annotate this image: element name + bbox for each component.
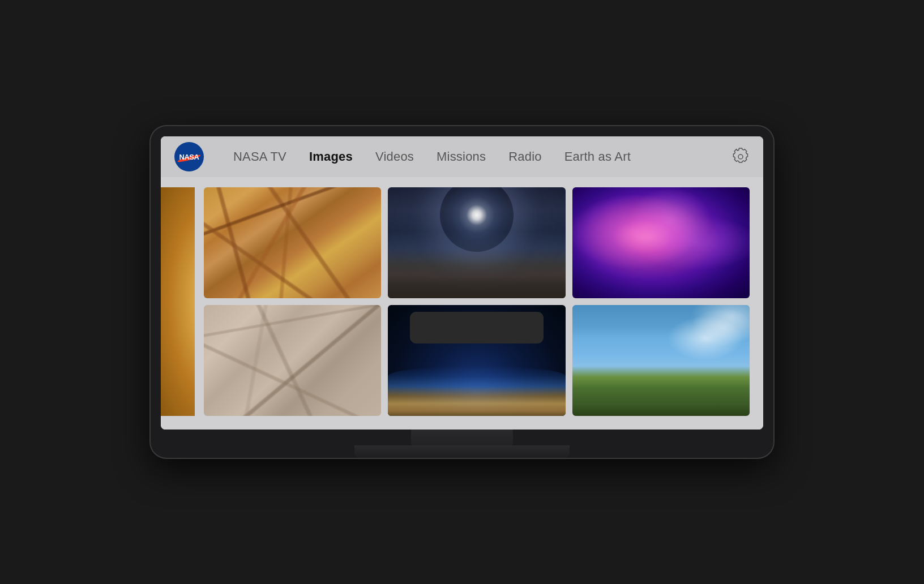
content-area xyxy=(161,177,763,430)
nav-item-nasa-tv[interactable]: NASA TV xyxy=(222,145,298,169)
image-card-europa[interactable] xyxy=(204,187,381,298)
svg-point-0 xyxy=(738,154,743,159)
nav-item-earth-as-art[interactable]: Earth as Art xyxy=(553,145,642,169)
tv-stand-neck xyxy=(411,430,513,445)
nav-item-radio[interactable]: Radio xyxy=(497,145,553,169)
tv-stand-base xyxy=(354,445,570,458)
images-grid xyxy=(204,187,750,416)
settings-icon[interactable] xyxy=(732,148,750,166)
tv-screen: NASA NASA TV Images Videos Missions Radi… xyxy=(161,136,763,430)
image-card-radio-telescope[interactable] xyxy=(572,305,750,416)
tv-frame: NASA NASA TV Images Videos Missions Radi… xyxy=(151,126,773,458)
nav-item-missions[interactable]: Missions xyxy=(425,145,497,169)
nav-item-videos[interactable]: Videos xyxy=(364,145,425,169)
image-card-nebula[interactable] xyxy=(572,187,750,298)
nav-item-images[interactable]: Images xyxy=(298,145,364,169)
image-card-earth-from-space[interactable] xyxy=(388,305,565,416)
image-card-moon-halo[interactable] xyxy=(388,187,565,298)
nasa-logo[interactable]: NASA xyxy=(174,142,204,171)
image-card-aerial-terrain[interactable] xyxy=(204,305,381,416)
navigation-bar: NASA NASA TV Images Videos Missions Radi… xyxy=(161,136,763,177)
side-peek-image xyxy=(161,187,195,416)
nav-items: NASA TV Images Videos Missions Radio Ear… xyxy=(222,145,732,169)
